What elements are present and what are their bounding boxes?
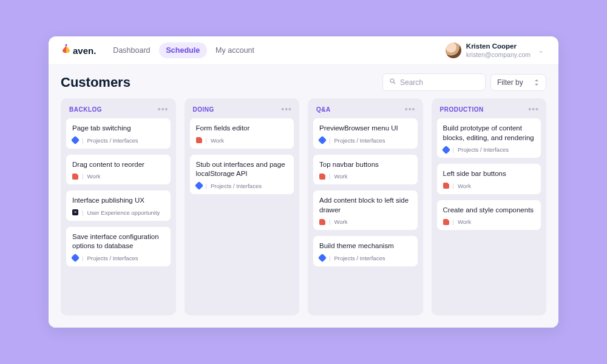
tag-label: Work <box>334 173 347 180</box>
kanban-card[interactable]: Save interface configuration options to … <box>66 226 171 267</box>
tag-label: Projects / Interfaces <box>458 146 509 153</box>
content-area: Customers Search Filter by BACKLOG•••Pag… <box>49 65 558 328</box>
card-tag: |Projects / Interfaces <box>443 146 535 153</box>
more-icon[interactable]: ••• <box>281 104 292 114</box>
kanban-card[interactable]: Drag content to reorder|Work <box>66 154 171 186</box>
card-title: Create and style components <box>443 206 535 215</box>
tag-label: Work <box>458 218 471 225</box>
card-title: Top navbar buttons <box>319 160 412 170</box>
more-icon[interactable]: ••• <box>528 104 539 114</box>
red-tag-icon <box>443 183 449 189</box>
nav-dashboard[interactable]: Dashboard <box>106 42 157 58</box>
card-title: Page tab switching <box>72 124 164 133</box>
kanban-column: Q&A•••PreviewBrowser menu UI|Projects / … <box>308 98 423 315</box>
tag-separator: | <box>82 209 83 216</box>
user-menu[interactable]: Kristen Cooper kristen@company.com ⌄ <box>446 42 546 58</box>
title-bar: Customers Search Filter by <box>61 73 546 91</box>
card-tag: |Work <box>72 173 164 180</box>
filter-dropdown[interactable]: Filter by <box>490 74 546 91</box>
dark-tag-icon: ≡ <box>72 209 78 215</box>
kanban-card[interactable]: Build prototype of content blocks, editi… <box>436 118 542 158</box>
column-title: PRODUCTION <box>440 106 484 113</box>
card-tag: |Projects / Interfaces <box>72 255 164 261</box>
card-tag: |Projects / Interfaces <box>319 255 412 261</box>
page-title: Customers <box>61 75 131 90</box>
card-title: Form fields editor <box>196 124 288 133</box>
card-tag: |Work <box>319 218 412 225</box>
kanban-card[interactable]: Stub out interfaces and page localStorag… <box>189 154 295 195</box>
tag-separator: | <box>82 255 83 261</box>
tag-separator: | <box>206 183 207 189</box>
card-list: Page tab switching|Projects / Interfaces… <box>66 118 171 267</box>
user-email: kristen@company.com <box>466 51 531 59</box>
blue-tag-icon <box>318 254 327 262</box>
card-title: Left side bar buttons <box>443 169 535 179</box>
tag-separator: | <box>82 137 83 144</box>
card-tag: ≡|User Experience opportunity <box>72 209 164 216</box>
blue-tag-icon <box>441 146 450 154</box>
card-tag: |Work <box>319 173 412 180</box>
svg-point-1 <box>390 79 394 83</box>
search-input[interactable]: Search <box>382 73 486 91</box>
tag-separator: | <box>329 137 330 144</box>
kanban-card[interactable]: Left side bar buttons|Work <box>436 163 542 195</box>
card-title: Stub out interfaces and page localStorag… <box>196 160 288 179</box>
column-title: DOING <box>193 106 214 113</box>
column-title: Q&A <box>316 106 331 113</box>
red-tag-icon <box>72 174 78 180</box>
card-title: PreviewBrowser menu UI <box>319 124 412 133</box>
red-tag-icon <box>196 137 202 143</box>
card-list: PreviewBrowser menu UI|Projects / Interf… <box>313 118 418 267</box>
card-list: Build prototype of content blocks, editi… <box>436 118 542 231</box>
column-header: PRODUCTION••• <box>436 103 542 118</box>
tag-separator: | <box>206 137 207 144</box>
svg-point-0 <box>66 44 67 46</box>
more-icon[interactable]: ••• <box>158 104 169 114</box>
kanban-column: DOING•••Form fields editor|WorkStub out … <box>185 98 300 315</box>
kanban-card[interactable]: Top navbar buttons|Work <box>313 154 418 186</box>
brand-logo-icon <box>61 44 72 57</box>
card-tag: |Work <box>443 218 535 225</box>
tag-label: Work <box>334 218 347 225</box>
chevron-down-icon: ⌄ <box>535 44 546 57</box>
search-placeholder: Search <box>400 78 423 87</box>
tag-label: Projects / Interfaces <box>87 137 138 144</box>
card-title: Drag content to reorder <box>72 160 164 170</box>
kanban-column: PRODUCTION•••Build prototype of content … <box>432 98 547 315</box>
blue-tag-icon <box>194 181 203 190</box>
nav-links: Dashboard Schedule My account <box>106 42 262 58</box>
tag-label: Projects / Interfaces <box>87 255 138 261</box>
kanban-card[interactable]: Page tab switching|Projects / Interfaces <box>66 118 171 149</box>
kanban-column: BACKLOG•••Page tab switching|Projects / … <box>61 98 176 315</box>
app-window: aven. Dashboard Schedule My account Kris… <box>49 36 558 328</box>
kanban-card[interactable]: Interface publishing UX≡|User Experience… <box>66 190 171 221</box>
blue-tag-icon <box>71 136 80 144</box>
tag-label: Projects / Interfaces <box>334 255 385 261</box>
tag-separator: | <box>453 218 454 225</box>
kanban-card[interactable]: Build theme mechanism|Projects / Interfa… <box>313 235 418 267</box>
card-tag: |Work <box>443 183 535 189</box>
kanban-card[interactable]: Form fields editor|Work <box>189 118 295 149</box>
tag-separator: | <box>329 218 330 225</box>
card-title: Build theme mechanism <box>319 241 412 251</box>
more-icon[interactable]: ••• <box>405 104 416 114</box>
card-tag: |Work <box>196 137 288 144</box>
tag-label: Work <box>211 137 224 144</box>
nav-my-account[interactable]: My account <box>208 42 262 58</box>
card-title: Interface publishing UX <box>72 196 164 206</box>
brand-logo[interactable]: aven. <box>61 44 96 57</box>
card-list: Form fields editor|WorkStub out interfac… <box>189 118 295 195</box>
kanban-card[interactable]: PreviewBrowser menu UI|Projects / Interf… <box>313 118 418 149</box>
tag-label: Work <box>458 183 471 189</box>
topbar: aven. Dashboard Schedule My account Kris… <box>49 36 558 65</box>
nav-schedule[interactable]: Schedule <box>159 42 208 58</box>
card-title: Save interface configuration options to … <box>72 232 164 251</box>
column-title: BACKLOG <box>69 106 102 113</box>
kanban-card[interactable]: Create and style components|Work <box>436 200 542 231</box>
card-tag: |Projects / Interfaces <box>72 137 164 144</box>
tag-separator: | <box>453 146 454 153</box>
kanban-card[interactable]: Add content block to left side drawer|Wo… <box>313 190 418 231</box>
card-title: Add content block to left side drawer <box>319 196 412 215</box>
blue-tag-icon <box>318 136 327 144</box>
blue-tag-icon <box>71 254 80 262</box>
